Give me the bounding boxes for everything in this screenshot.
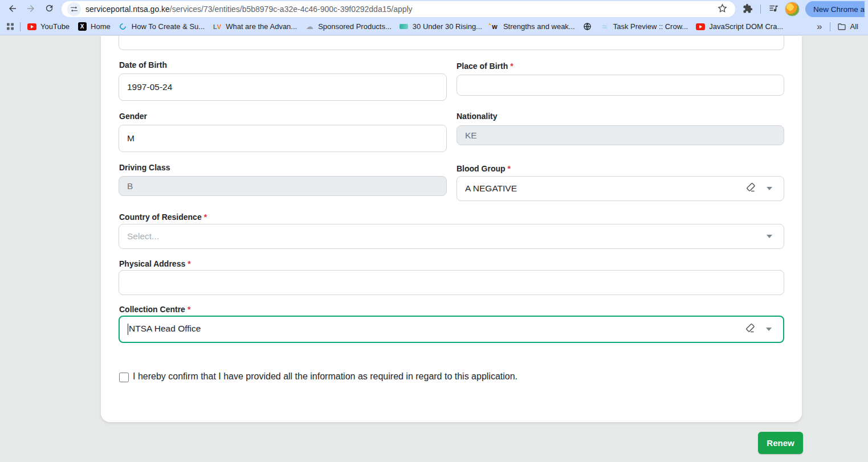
place-of-birth-label: Place of Birth* — [457, 62, 514, 71]
w-icon: ▲w — [490, 22, 499, 31]
address-bar[interactable]: serviceportal.ntsa.go.ke/services/73/ent… — [62, 1, 735, 17]
cutoff-top-field[interactable] — [119, 36, 784, 50]
star-icon — [718, 3, 727, 15]
confirmation-checkbox[interactable] — [119, 373, 129, 382]
clear-eraser-icon[interactable] — [743, 321, 757, 337]
media-playlist-icon — [768, 3, 779, 15]
apps-grid-icon[interactable] — [6, 22, 15, 31]
required-asterisk: * — [510, 62, 513, 71]
bookmark-label: 30 Under 30 Rising... — [413, 22, 482, 31]
folder-icon — [837, 22, 846, 31]
application-form-card: Date of Birth Place of Birth* Gender Nat… — [101, 36, 802, 422]
extensions-button[interactable] — [739, 1, 757, 17]
country-placeholder: Select... — [119, 231, 767, 242]
country-of-residence-label: Country of Residence* — [119, 212, 207, 222]
bookmark-star-button[interactable] — [715, 1, 730, 17]
driving-class-label: Driving Class — [119, 163, 170, 172]
nationality-input — [457, 125, 784, 145]
bookmark-strengths[interactable]: ▲w Strengths and weak... — [486, 21, 579, 33]
bookmark-how-to-create[interactable]: How To Create & Su... — [115, 21, 209, 33]
bookmark-sponsored-products[interactable]: ☁ Sponsored Products... — [301, 21, 396, 33]
place-of-birth-input[interactable] — [457, 75, 784, 96]
collection-centre-value: NTSA Head Office — [120, 324, 743, 335]
bookmark-javascript-dom[interactable]: JavaScript DOM Cra... — [692, 21, 787, 33]
bookmark-label: Home — [91, 22, 111, 31]
dropdown-arrow-icon[interactable] — [766, 328, 772, 331]
puzzle-icon — [743, 3, 753, 15]
confirmation-text: I hereby confirm that I have provided al… — [133, 371, 517, 382]
bookmarks-separator — [20, 22, 21, 31]
bookmark-label: How To Create & Su... — [132, 22, 205, 31]
required-asterisk: * — [508, 164, 511, 173]
bookmark-label: What are the Advan... — [226, 22, 297, 31]
forward-button[interactable] — [22, 1, 40, 17]
bookmark-label: Task Preview :: Crow... — [613, 22, 688, 31]
required-asterisk: * — [188, 305, 190, 314]
cloud-icon: ☁ — [305, 22, 314, 31]
bookmark-home[interactable]: X Home — [74, 21, 115, 33]
gender-label: Gender — [119, 112, 147, 121]
date-of-birth-label: Date of Birth — [119, 60, 167, 69]
dropdown-arrow-icon[interactable] — [767, 187, 772, 190]
profile-avatar[interactable] — [785, 2, 800, 17]
bookmark-what-are-the-advan[interactable]: LV What are the Advan... — [209, 21, 301, 33]
bookmark-label: Sponsored Products... — [318, 22, 392, 31]
physical-address-label: Physical Address* — [119, 259, 191, 268]
text-cursor — [128, 324, 128, 335]
bookmark-30-under-30[interactable]: 30 Under 30 Rising... — [396, 21, 486, 33]
bookmarks-overflow-chevron[interactable]: » — [812, 21, 826, 32]
required-asterisk: * — [188, 259, 190, 268]
waves-icon: ≈ — [600, 22, 609, 31]
media-controls-button[interactable] — [764, 1, 783, 17]
x-icon: X — [78, 22, 87, 31]
blood-group-select[interactable]: A NEGATIVE — [457, 176, 784, 201]
reload-icon — [44, 3, 54, 15]
all-bookmarks-button[interactable]: All — [833, 21, 862, 33]
bookmark-label: YouTube — [40, 22, 70, 31]
bookmark-label: Strengths and weak... — [503, 22, 575, 31]
swirl-icon — [119, 22, 128, 31]
bookmarks-bar: YouTube X Home How To Create & Su... LV … — [0, 18, 868, 35]
clear-eraser-icon[interactable] — [744, 181, 757, 197]
bookmark-globe[interactable] — [579, 21, 596, 33]
renew-button[interactable]: Renew — [758, 432, 803, 454]
bookmark-youtube[interactable]: YouTube — [23, 21, 74, 33]
blood-group-value: A NEGATIVE — [457, 183, 744, 194]
driving-class-input — [119, 176, 447, 196]
required-asterisk: * — [204, 212, 207, 222]
url-text[interactable]: serviceportal.ntsa.go.ke/services/73/ent… — [85, 5, 715, 14]
country-of-residence-select[interactable]: Select... — [119, 224, 784, 249]
url-path: /services/73/entities/b5b8979c-a32e-4c46… — [170, 5, 413, 14]
blood-group-label: Blood Group* — [457, 164, 511, 173]
toolbar-separator — [760, 5, 761, 14]
nationality-label: Nationality — [457, 112, 498, 121]
lv-icon: LV — [213, 22, 222, 31]
dropdown-arrow-icon[interactable] — [767, 235, 772, 238]
url-domain: serviceportal.ntsa.go.ke — [85, 5, 170, 14]
collection-centre-label: Collection Centre* — [119, 305, 190, 314]
teal-badge-icon — [400, 22, 409, 31]
date-of-birth-input[interactable] — [119, 73, 447, 101]
page-content: Date of Birth Place of Birth* Gender Nat… — [0, 36, 868, 462]
browser-window: serviceportal.ntsa.go.ke/services/73/ent… — [0, 0, 868, 462]
collection-centre-select[interactable]: NTSA Head Office — [119, 316, 784, 343]
all-bookmarks-label: All — [850, 22, 858, 31]
forward-arrow-icon — [26, 3, 36, 15]
bookmark-task-preview[interactable]: ≈ Task Preview :: Crow... — [596, 21, 692, 33]
site-info-icon[interactable] — [67, 2, 81, 16]
bookmarks-separator — [830, 22, 830, 31]
bookmark-label: JavaScript DOM Cra... — [709, 22, 783, 31]
youtube-icon — [27, 22, 36, 31]
youtube-icon — [696, 22, 705, 31]
back-button[interactable] — [3, 1, 22, 17]
back-arrow-icon — [7, 3, 18, 15]
browser-toolbar: serviceportal.ntsa.go.ke/services/73/ent… — [0, 0, 868, 18]
new-chrome-button[interactable]: New Chrome a — [805, 1, 865, 17]
globe-icon — [583, 22, 592, 31]
gender-input[interactable] — [119, 125, 447, 152]
reload-button[interactable] — [40, 1, 58, 17]
physical-address-input[interactable] — [119, 270, 784, 295]
